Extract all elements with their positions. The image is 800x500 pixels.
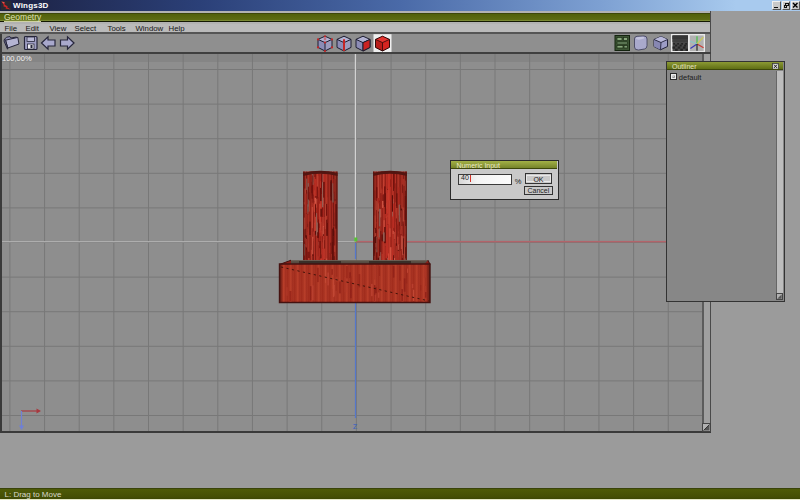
svg-text:z: z (353, 419, 358, 430)
